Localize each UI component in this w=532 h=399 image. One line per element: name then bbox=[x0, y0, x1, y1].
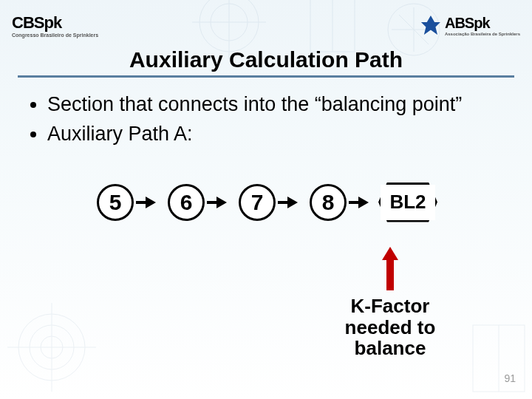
flow-terminal-hex: BL2 bbox=[381, 185, 435, 220]
annotation-line: K-Factor bbox=[351, 295, 430, 317]
arrow-right-icon bbox=[216, 197, 227, 208]
annotation-line: needed to bbox=[345, 316, 436, 338]
bullet-item: Section that connects into the “balancin… bbox=[47, 92, 505, 117]
flow-diagram: 5 6 7 8 BL2 bbox=[0, 184, 532, 221]
logo-right-sub: Associação Brasileira de Sprinklers bbox=[445, 32, 520, 36]
bullet-list: Section that connects into the “balancin… bbox=[0, 78, 532, 156]
flow-terminal-label: BL2 bbox=[381, 185, 435, 220]
annotation-block: K-Factor needed to balance bbox=[331, 247, 449, 359]
arrow-right-icon bbox=[146, 197, 156, 208]
logo-left-sub: Congresso Brasileiro de Sprinklers bbox=[12, 33, 98, 38]
logo-left: CBSpk Congresso Brasileiro de Sprinklers bbox=[12, 7, 98, 43]
page-number: 91 bbox=[504, 372, 516, 384]
arrow-right-icon bbox=[358, 197, 369, 208]
page-title: Auxiliary Calculation Path bbox=[18, 43, 514, 78]
logo-right: ABSpk Associação Brasileira de Sprinkler… bbox=[421, 7, 520, 43]
annotation-text: K-Factor needed to balance bbox=[345, 296, 436, 359]
flow-node: 6 bbox=[168, 184, 205, 221]
logo-left-main: CBSpk bbox=[12, 13, 98, 33]
arrow-up-icon bbox=[382, 247, 398, 260]
flow-node: 8 bbox=[310, 184, 347, 221]
logo-bar: CBSpk Congresso Brasileiro de Sprinklers… bbox=[0, 0, 532, 43]
flow-node: 7 bbox=[239, 184, 276, 221]
flow-node: 5 bbox=[97, 184, 134, 221]
bullet-item: Auxiliary Path A: bbox=[47, 122, 505, 147]
abspk-icon bbox=[421, 16, 440, 35]
logo-right-main: ABSpk bbox=[445, 15, 490, 31]
arrow-right-icon bbox=[287, 197, 298, 208]
annotation-line: balance bbox=[355, 337, 426, 359]
